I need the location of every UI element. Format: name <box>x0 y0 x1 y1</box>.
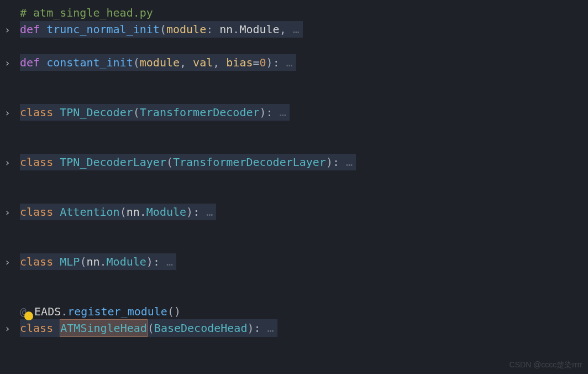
class-name-highlighted: ATMSingleHead <box>60 319 148 337</box>
code-line-class2: › class TPN_DecoderLayer(TransformerDeco… <box>0 154 588 170</box>
fold-gutter[interactable]: › <box>4 321 20 336</box>
fold-gutter[interactable]: › <box>4 105 20 120</box>
blank-line <box>0 270 588 287</box>
decorator-name: EADS <box>34 303 61 320</box>
code-line-decorator: @EADS.register_module() <box>0 303 588 320</box>
class-name: TPN_Decoder <box>60 104 133 121</box>
class-name: TPN_DecoderLayer <box>60 154 166 170</box>
fold-gutter[interactable]: › <box>4 22 20 37</box>
blank-line <box>0 121 588 137</box>
fold-ellipsis[interactable]: … <box>339 154 353 170</box>
code-line-class1: › class TPN_Decoder(TransformerDecoder):… <box>0 104 588 121</box>
blank-line <box>0 71 588 87</box>
keyword-def: def <box>20 54 40 71</box>
comment-text: # atm_single_head.py <box>20 4 153 21</box>
blank-line <box>0 220 588 237</box>
fold-gutter[interactable]: › <box>4 254 20 269</box>
fold-gutter[interactable]: › <box>4 205 20 220</box>
blank-line <box>0 170 588 187</box>
decorator-method: register_module <box>67 303 167 320</box>
watermark-text: CSDN @cccc楚染rrrr <box>510 359 582 371</box>
chevron-right-icon[interactable]: › <box>4 105 11 120</box>
blank-line <box>0 237 588 253</box>
keyword-class: class <box>20 154 53 170</box>
keyword-class: class <box>20 104 53 121</box>
base-class: Module <box>146 204 186 220</box>
base-class: Module <box>107 253 146 270</box>
blank-line <box>0 137 588 154</box>
fold-ellipsis[interactable]: … <box>286 21 300 38</box>
base-class: TransformerDecoder <box>140 104 260 121</box>
code-line-class3: › class Attention(nn.Module): … <box>0 204 588 220</box>
fold-ellipsis[interactable]: … <box>273 104 286 121</box>
chevron-right-icon[interactable]: › <box>4 254 11 269</box>
blank-line <box>0 287 588 303</box>
keyword-class: class <box>20 204 53 220</box>
code-line-comment: # atm_single_head.py <box>0 4 588 21</box>
chevron-right-icon[interactable]: › <box>4 22 11 37</box>
class-name: Attention <box>60 204 119 220</box>
fold-ellipsis[interactable]: … <box>261 320 274 336</box>
code-line-class4: › class MLP(nn.Module): … <box>0 253 588 270</box>
keyword-def: def <box>20 21 40 38</box>
chevron-right-icon[interactable]: › <box>4 155 11 170</box>
class-name: MLP <box>60 253 80 270</box>
keyword-class: class <box>20 320 53 336</box>
chevron-right-icon[interactable]: › <box>4 205 11 220</box>
code-line-func1: › def trunc_normal_init(module: nn.Modul… <box>0 21 588 38</box>
param-module: module <box>166 21 206 38</box>
function-name: constant_init <box>46 54 133 71</box>
chevron-right-icon[interactable]: › <box>4 321 11 336</box>
blank-line <box>0 87 588 104</box>
code-line-class5: › class ATMSingleHead(BaseDecodeHead): … <box>0 320 588 336</box>
fold-ellipsis[interactable]: … <box>200 204 213 220</box>
blank-line <box>0 38 588 54</box>
code-line-func2: › def constant_init(module, val, bias=0)… <box>0 54 588 71</box>
function-name: trunc_normal_init <box>46 21 160 38</box>
base-class: BaseDecodeHead <box>154 320 248 336</box>
fold-ellipsis[interactable]: … <box>280 54 293 71</box>
blank-line <box>0 187 588 204</box>
base-class: TransformerDecoderLayer <box>173 154 326 170</box>
chevron-right-icon[interactable]: › <box>4 55 11 70</box>
lightbulb-icon[interactable] <box>24 311 33 320</box>
fold-gutter[interactable]: › <box>4 155 20 170</box>
fold-gutter[interactable]: › <box>4 55 20 70</box>
fold-ellipsis[interactable]: … <box>160 253 173 270</box>
keyword-class: class <box>20 253 53 270</box>
